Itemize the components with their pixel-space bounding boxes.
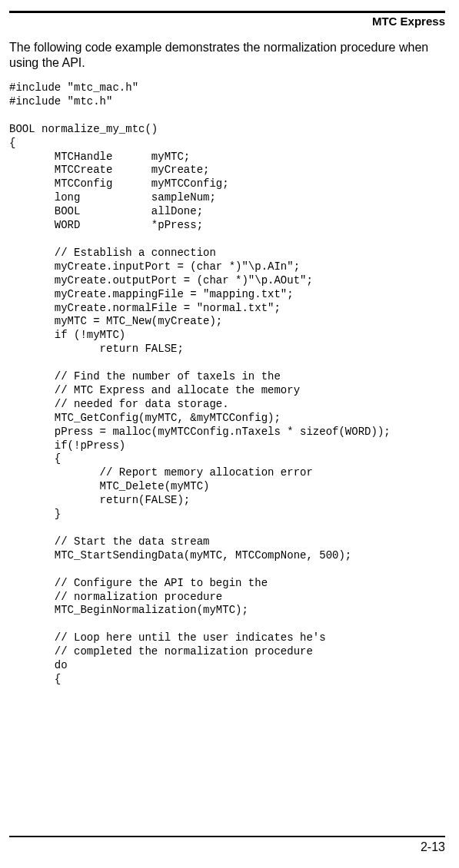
running-header: MTC Express [9,15,445,29]
code-block: #include "mtc_mac.h" #include "mtc.h" BO… [9,81,445,687]
intro-paragraph: The following code example demonstrates … [9,40,445,71]
top-rule [9,11,445,13]
footer: 2-13 [9,836,445,854]
page-number: 2-13 [9,840,445,854]
bottom-rule [9,836,445,837]
page: MTC Express The following code example d… [0,0,459,868]
